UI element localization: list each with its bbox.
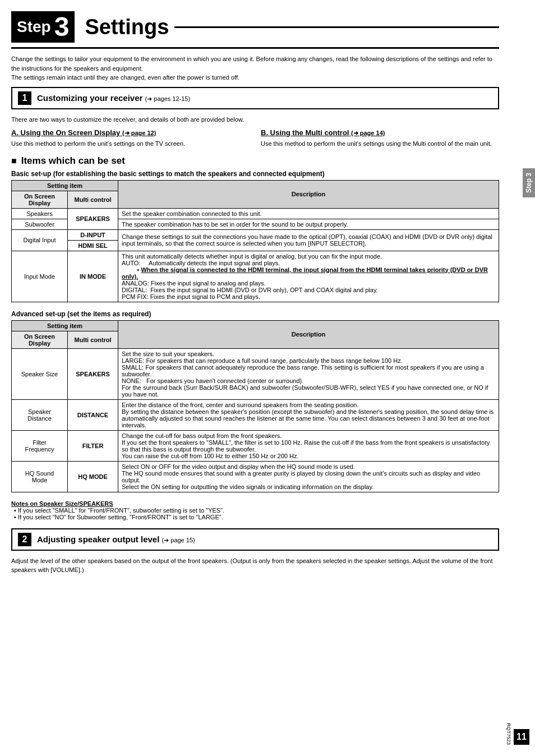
col-b-desc: Use this method to perform the unit's se… <box>261 139 499 149</box>
multi-cell: IN MODE <box>68 251 118 302</box>
setting-item-header: Setting item <box>12 320 118 331</box>
table-row: SpeakerDistance DISTANCE Enter the dista… <box>12 399 499 430</box>
desc-cell: This unit automatically detects whether … <box>118 251 499 302</box>
osd-cell: HQ SoundMode <box>12 461 68 492</box>
multi-header: Multi control <box>68 191 118 208</box>
list-item: If you select "NO" for Subwoofer setting… <box>14 514 499 520</box>
section1-subtitle: (➜ pages 12-15) <box>145 95 191 102</box>
col-a-page-ref: (➜ page 12) <box>122 130 156 136</box>
desc-cell: Enter the distance of the front, center … <box>118 399 499 430</box>
col-a-desc: Use this method to perform the unit's se… <box>11 139 250 149</box>
intro-line1: Change the settings to tailor your equip… <box>11 56 492 72</box>
osd-cell: Digital Input <box>12 229 68 251</box>
section1-intro: There are two ways to customize the rece… <box>11 115 499 125</box>
section2-title-text: Adjusting speaker output level <box>37 534 159 544</box>
osd-cell: Input Mode <box>12 251 68 302</box>
multi-header: Multi control <box>68 331 118 348</box>
multi-cell: SPEAKERS <box>68 348 118 399</box>
basic-setup-title: Basic set-up (for establishing the basic… <box>11 170 499 178</box>
notes-section: Notes on Speaker Size/SPEAKERS If you se… <box>11 500 499 520</box>
table-row: Digital Input D-INPUT Change these setti… <box>12 229 499 240</box>
items-header: Items which can be set <box>11 155 499 167</box>
col-b-title: B. Using the Multi control (➜ page 14) <box>261 128 499 137</box>
advanced-setup-title: Advanced set-up (set the items as requir… <box>11 310 499 318</box>
multi-cell: DISTANCE <box>68 399 118 430</box>
osd-cell: FilterFrequency <box>12 430 68 461</box>
basic-settings-table: Setting item Description On Screen Displ… <box>11 180 499 302</box>
page-title: Settings <box>85 15 169 39</box>
advanced-settings-table: Setting item Description On Screen Displ… <box>11 320 499 492</box>
step-header: Step 3 Settings <box>11 11 499 49</box>
col-b-title-text: B. Using the Multi control <box>261 128 349 137</box>
items-title: Items which can be set <box>21 155 125 167</box>
table-row: Input Mode IN MODE This unit automatical… <box>12 251 499 302</box>
section2-title: Adjusting speaker output level (➜ page 1… <box>37 534 195 544</box>
multi-cell: D-INPUT <box>68 229 118 240</box>
section2-desc: Adjust the level of the other speakers b… <box>11 556 499 575</box>
description-header: Description <box>118 180 499 208</box>
multi-cell: HQ MODE <box>68 461 118 492</box>
setting-item-header: Setting item <box>12 180 118 191</box>
desc-cell: Set the size to suit your speakers. LARG… <box>118 348 499 399</box>
notes-title: Notes on Speaker Size/SPEAKERS <box>11 500 499 507</box>
section1-title: Customizing your receiver (➜ pages 12-15… <box>37 93 190 103</box>
section1-title-text: Customizing your receiver <box>37 93 142 103</box>
osd-header: On Screen Display <box>12 191 68 208</box>
col-a-title: A. Using the On Screen Display (➜ page 1… <box>11 128 250 137</box>
osd-cell: SpeakerDistance <box>12 399 68 430</box>
two-column-layout: A. Using the On Screen Display (➜ page 1… <box>11 128 499 149</box>
description-header: Description <box>118 320 499 348</box>
multi-cell: FILTER <box>68 430 118 461</box>
multi-cell: SPEAKERS <box>68 208 118 229</box>
intro-paragraph: Change the settings to tailor your equip… <box>11 54 499 82</box>
col-b-page-ref: (➜ page 14) <box>351 130 385 136</box>
desc-cell: The speaker combination has to be set in… <box>118 219 499 229</box>
section2-number: 2 <box>18 533 31 546</box>
step-number: 3 <box>54 13 70 40</box>
step-word: Step <box>17 18 51 36</box>
desc-cell: Change these settings to suit the connec… <box>118 229 499 251</box>
side-tab: Step 3 <box>523 168 535 197</box>
table-row: Speaker Size SPEAKERS Set the size to su… <box>12 348 499 399</box>
notes-list: If you select "SMALL" for "Front/FRONT",… <box>11 507 499 520</box>
section1-number: 1 <box>18 91 31 105</box>
osd-cell: Speaker Size <box>12 348 68 399</box>
table-row: FilterFrequency FILTER Change the cut-of… <box>12 430 499 461</box>
col-a: A. Using the On Screen Display (➜ page 1… <box>11 128 250 149</box>
table-row: Speakers SPEAKERS Set the speaker combin… <box>12 208 499 219</box>
multi-cell: HDMI SEL <box>68 240 118 251</box>
list-item: If you select "SMALL" for "Front/FRONT",… <box>14 507 499 514</box>
desc-cell: Change the cut-off for bass output from … <box>118 430 499 461</box>
osd-cell: Speakers <box>12 208 68 219</box>
col-a-title-text: A. Using the On Screen Display <box>11 128 120 137</box>
section2-subtitle: (➜ page 15) <box>162 537 195 543</box>
rqt-number: RQT7523 <box>506 723 511 745</box>
desc-cell: Set the speaker combination connected to… <box>118 208 499 219</box>
table-row: HQ SoundMode HQ MODE Select ON or OFF fo… <box>12 461 499 492</box>
step-box: Step 3 <box>11 11 75 43</box>
desc-cell: Select ON or OFF for the video output an… <box>118 461 499 492</box>
intro-line2: The settings remain intact until they ar… <box>11 74 239 81</box>
header-line <box>174 26 499 28</box>
section2-box: 2 Adjusting speaker output level (➜ page… <box>11 528 499 551</box>
osd-cell: Subwoofer <box>12 219 68 229</box>
section1-box: 1 Customizing your receiver (➜ pages 12-… <box>11 87 499 109</box>
osd-header: On Screen Display <box>12 331 68 348</box>
page-number: 11 <box>514 729 529 745</box>
col-b: B. Using the Multi control (➜ page 14) U… <box>261 128 499 149</box>
